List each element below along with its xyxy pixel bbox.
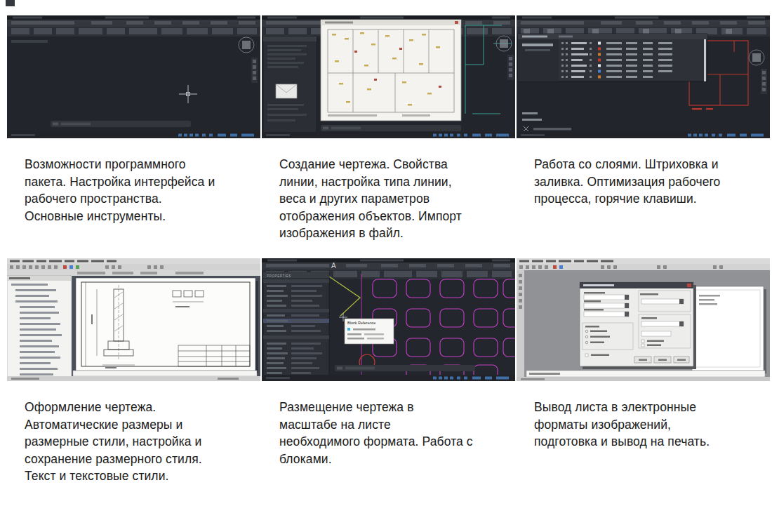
left-toolbar-strip — [517, 270, 524, 381]
autocad-screenshot-blocks-properties: A PROPERTIES — [262, 258, 515, 381]
lesson-card: Возможности программного пакета. Настрой… — [7, 15, 260, 258]
lesson-thumbnail — [7, 258, 260, 381]
dialog-close-icon — [455, 21, 458, 24]
curriculum-grid: Возможности программного пакета. Настрой… — [7, 15, 770, 485]
command-line — [335, 365, 475, 371]
lesson-description: Оформление чертежа. Автоматические разме… — [25, 399, 220, 485]
classic-toolbars — [517, 258, 770, 270]
layer-properties-panel — [518, 34, 707, 81]
palette-header-label: PROPERTIES — [267, 274, 291, 278]
envelope-icon — [276, 84, 297, 98]
status-bar — [7, 376, 260, 381]
status-bar — [517, 132, 770, 138]
classic-toolbars — [7, 258, 260, 276]
lesson-thumbnail — [7, 15, 260, 138]
lesson-description: Вывод листа в электронные форматы изобра… — [534, 399, 729, 451]
annotation-icon: A — [331, 262, 336, 270]
lesson-card: Создание чертежа. Свойства линии, настро… — [262, 15, 515, 258]
dialog-buttons[interactable] — [634, 357, 689, 363]
lesson-description: Размещение чертежа в масштабе на листе н… — [279, 399, 474, 467]
paper-sheet — [76, 278, 258, 373]
tool-palette — [263, 36, 317, 133]
layout-paper — [692, 286, 766, 373]
tooltip-color-swatch — [347, 328, 350, 331]
lesson-card: Вывод листа в электронные форматы изобра… — [517, 258, 770, 485]
ribbon — [7, 15, 260, 36]
command-line — [526, 371, 765, 377]
command-line — [51, 121, 191, 127]
tooltip-title: Block Reference — [347, 321, 375, 325]
panel-scrollbar[interactable] — [704, 39, 706, 81]
lesson-thumbnail — [517, 15, 770, 138]
lesson-thumbnail: A PROPERTIES — [262, 258, 515, 381]
status-bar — [7, 132, 260, 138]
autocad-screenshot-interface-overview — [7, 15, 260, 138]
dialog-close-icon[interactable] — [687, 284, 691, 287]
autocad-screenshot-plot-dialog — [517, 258, 770, 381]
navigation-bar — [507, 55, 514, 80]
autocad-screenshot-reference-dialog — [262, 15, 515, 138]
block-reference-tooltip: Block Reference — [345, 319, 394, 344]
lesson-thumbnail — [262, 15, 515, 138]
command-line — [73, 371, 257, 376]
lesson-card: A PROPERTIES — [262, 258, 515, 485]
autocad-screenshot-sheet-drawing — [7, 258, 260, 381]
navigation-bar — [761, 69, 767, 94]
lesson-card: Оформление чертежа. Автоматические разме… — [7, 258, 260, 485]
plot-dialog — [580, 282, 696, 369]
reference-dialog — [321, 20, 461, 121]
autocad-screenshot-layer-manager — [517, 15, 770, 138]
lesson-thumbnail — [517, 258, 770, 381]
properties-palette: PROPERTIES — [263, 272, 329, 381]
layer-filter-selected — [522, 44, 553, 46]
navigation-bar — [251, 58, 258, 83]
status-bar — [262, 375, 515, 381]
previous-row-thumbnail-fragment — [6, 0, 15, 6]
status-bar — [517, 377, 770, 381]
tree-palette — [7, 276, 72, 381]
lesson-description: Возможности программного пакета. Настрой… — [25, 156, 220, 225]
viewport-label — [11, 40, 48, 43]
status-bar — [262, 132, 515, 138]
lesson-card: Работа со слоями. Штриховка и заливка. О… — [517, 15, 770, 258]
lesson-description: Работа со слоями. Штриховка и заливка. О… — [534, 156, 729, 208]
lesson-description: Создание чертежа. Свойства линии, настро… — [279, 156, 474, 242]
command-line — [321, 125, 461, 131]
